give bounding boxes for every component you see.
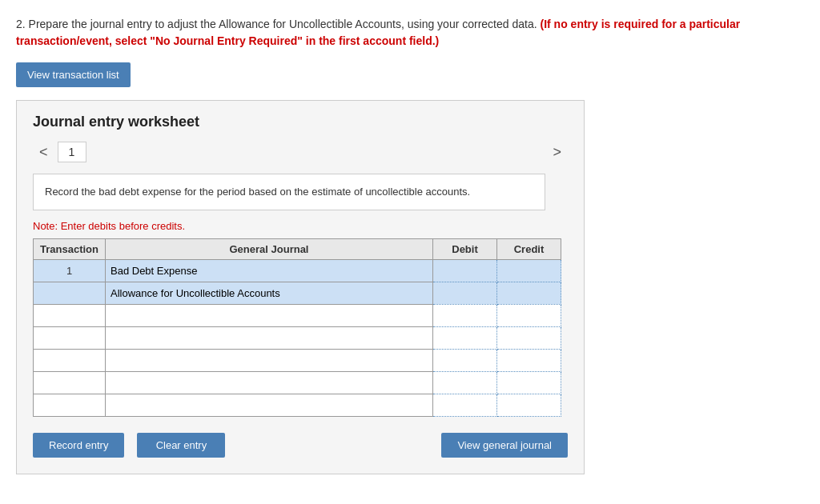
general-journal-input[interactable] — [106, 305, 432, 326]
table-row — [34, 326, 561, 349]
credit-cell[interactable] — [497, 282, 561, 304]
credit-cell[interactable] — [497, 349, 561, 371]
debit-cell[interactable] — [433, 349, 497, 371]
credit-cell[interactable] — [497, 371, 561, 394]
table-row — [34, 394, 561, 416]
credit-input[interactable] — [499, 374, 559, 392]
general-journal-input[interactable] — [106, 372, 432, 394]
journal-table: Transaction General Journal Debit Credit… — [33, 238, 561, 417]
transaction-cell — [34, 371, 106, 394]
debit-input[interactable] — [435, 396, 495, 414]
worksheet-container: Journal entry worksheet < 1 > Record the… — [16, 100, 585, 474]
question-text: 2. Prepare the journal entry to adjust t… — [16, 16, 804, 50]
general-journal-cell[interactable] — [106, 259, 433, 282]
next-tab-button[interactable]: > — [546, 142, 568, 162]
debit-cell[interactable] — [433, 371, 497, 394]
debit-input[interactable] — [435, 306, 495, 325]
general-journal-input[interactable] — [106, 260, 432, 282]
debit-cell[interactable] — [433, 282, 497, 304]
transaction-cell — [34, 282, 106, 304]
record-entry-button[interactable]: Record entry — [33, 433, 124, 458]
general-journal-cell[interactable] — [106, 349, 433, 371]
general-journal-cell[interactable] — [106, 326, 433, 349]
credit-input[interactable] — [499, 262, 559, 280]
tab-navigation: < 1 > — [33, 142, 568, 162]
debit-input[interactable] — [435, 351, 495, 370]
credit-input[interactable] — [499, 396, 559, 414]
debit-input[interactable] — [435, 284, 495, 302]
credit-cell[interactable] — [497, 394, 561, 416]
header-general-journal: General Journal — [106, 238, 433, 259]
credit-cell[interactable] — [497, 326, 561, 349]
general-journal-cell[interactable] — [106, 394, 433, 416]
view-transaction-list-button[interactable]: View transaction list — [16, 62, 131, 87]
debit-credit-note: Note: Enter debits before credits. — [33, 220, 568, 232]
header-credit: Credit — [497, 238, 561, 259]
action-buttons: Record entry Clear entry View general jo… — [33, 433, 568, 458]
debit-cell[interactable] — [433, 259, 497, 282]
general-journal-input[interactable] — [106, 350, 432, 371]
transaction-cell — [34, 326, 106, 349]
general-journal-cell[interactable] — [106, 282, 433, 304]
question-number: 2. — [16, 18, 26, 30]
debit-input[interactable] — [435, 374, 495, 392]
prev-tab-button[interactable]: < — [33, 142, 54, 162]
debit-input[interactable] — [435, 329, 495, 347]
table-row: 1 — [34, 259, 561, 282]
credit-input[interactable] — [499, 329, 559, 347]
credit-cell[interactable] — [497, 304, 561, 326]
credit-input[interactable] — [499, 351, 559, 370]
credit-input[interactable] — [499, 306, 559, 325]
table-row — [34, 304, 561, 326]
debit-cell[interactable] — [433, 304, 497, 326]
question-container: 2. Prepare the journal entry to adjust t… — [16, 16, 804, 50]
table-row — [34, 282, 561, 304]
header-transaction: Transaction — [34, 238, 106, 259]
general-journal-input[interactable] — [106, 327, 432, 349]
debit-cell[interactable] — [433, 394, 497, 416]
table-row — [34, 349, 561, 371]
header-debit: Debit — [433, 238, 497, 259]
worksheet-title: Journal entry worksheet — [33, 114, 568, 130]
transaction-cell — [34, 304, 106, 326]
transaction-cell — [34, 394, 106, 416]
credit-cell[interactable] — [497, 259, 561, 282]
transaction-cell — [34, 349, 106, 371]
debit-cell[interactable] — [433, 326, 497, 349]
general-journal-cell[interactable] — [106, 371, 433, 394]
clear-entry-button[interactable]: Clear entry — [137, 433, 225, 458]
question-body: Prepare the journal entry to adjust the … — [29, 18, 537, 30]
transaction-cell: 1 — [34, 259, 106, 282]
debit-input[interactable] — [435, 262, 495, 280]
general-journal-cell[interactable] — [106, 304, 433, 326]
table-row — [34, 371, 561, 394]
general-journal-input[interactable] — [106, 394, 432, 416]
transaction-description: Record the bad debt expense for the peri… — [33, 174, 545, 210]
credit-input[interactable] — [499, 284, 559, 302]
general-journal-input[interactable] — [106, 282, 432, 304]
view-general-journal-button[interactable]: View general journal — [441, 433, 568, 458]
current-tab-number: 1 — [58, 142, 86, 162]
